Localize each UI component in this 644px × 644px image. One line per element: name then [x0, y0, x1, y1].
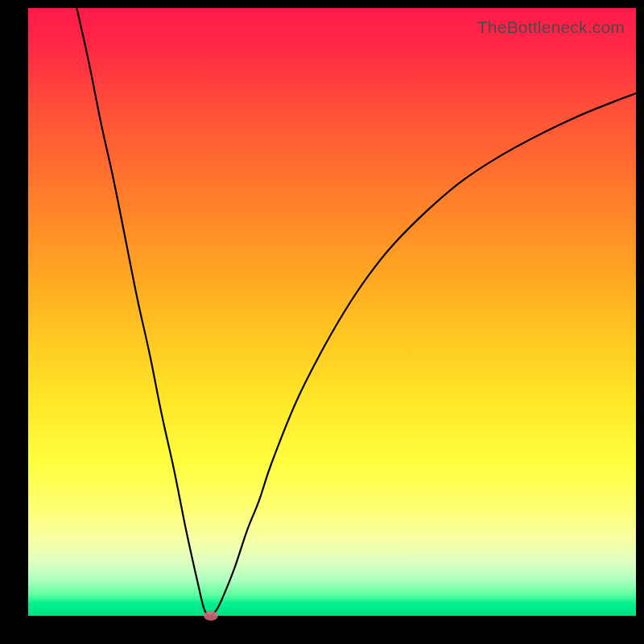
bottleneck-curve	[76, 8, 636, 616]
min-point-marker	[204, 611, 218, 621]
plot-area: TheBottleneck.com	[28, 8, 636, 616]
chart-svg	[28, 8, 636, 616]
watermark-text: TheBottleneck.com	[477, 18, 625, 37]
